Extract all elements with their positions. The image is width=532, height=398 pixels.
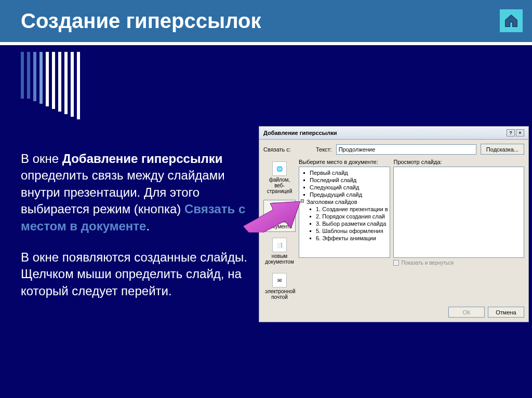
show-return-row: Показать и вернуться <box>393 260 524 266</box>
hint-button[interactable]: Подсказка... <box>481 144 524 155</box>
tree-item[interactable]: 2. Порядок создания слай <box>300 213 389 220</box>
house-icon <box>503 13 519 29</box>
tree-item[interactable]: Следующий слайд <box>300 184 389 191</box>
new-document-icon: 📑 <box>272 238 287 252</box>
tree-item[interactable]: 3. Выбор разметки слайда <box>300 220 389 227</box>
tree-item[interactable]: Первый слайд <box>300 169 389 176</box>
sidebar-item-new-doc[interactable]: 📑 новым документом <box>263 235 296 267</box>
dialog-titlebar: Добавление гиперссылки ? × <box>259 127 528 140</box>
document-place-icon: 📄 <box>272 202 287 217</box>
preview-label: Просмотр слайда: <box>393 159 524 165</box>
sidebar-item-file-web[interactable]: 🌐 файлом, веб-страницей <box>263 159 296 197</box>
sidebar-item-email[interactable]: ✉ электронной почтой <box>263 270 296 303</box>
dialog-title: Добавление гиперссылки <box>263 130 337 136</box>
link-to-sidebar: 🌐 файлом, веб-страницей 📄 местом в докум… <box>263 159 296 303</box>
body-text: В окне Добавление гиперссылки определить… <box>21 150 249 314</box>
divider <box>0 42 532 45</box>
email-icon: ✉ <box>272 273 287 287</box>
slide-title: Создание гиперссылок <box>0 0 532 42</box>
tree-item[interactable]: Предыдущий слайд <box>300 191 389 198</box>
tree-group[interactable]: Заголовки слайдов <box>300 198 389 205</box>
tree-item[interactable]: 6. Эффекты анимации <box>300 235 389 242</box>
hyperlink-dialog: Добавление гиперссылки ? × Связать с: Те… <box>259 126 529 322</box>
tree-item[interactable]: 5. Шаблоны оформления <box>300 227 389 235</box>
document-tree[interactable]: Первый слайд Последний слайд Следующий с… <box>299 167 390 258</box>
slide-preview <box>393 167 524 258</box>
link-to-label: Связать с: <box>263 146 291 153</box>
bold-text: Добавление гиперссылки <box>62 152 223 166</box>
help-icon[interactable]: ? <box>507 129 515 136</box>
show-return-checkbox[interactable] <box>393 260 399 266</box>
home-button[interactable] <box>500 9 523 32</box>
text-label: Текст: <box>316 146 332 153</box>
select-place-label: Выберите место в документе: <box>299 159 390 165</box>
close-icon[interactable]: × <box>516 129 524 136</box>
tree-item[interactable]: 1. Создание презентации в <box>300 205 389 213</box>
barcode-decoration <box>21 52 80 119</box>
tree-item[interactable]: Последний слайд <box>300 176 389 184</box>
ok-button[interactable]: ОК <box>448 307 485 318</box>
cancel-button[interactable]: Отмена <box>488 307 524 318</box>
sidebar-item-place-in-doc[interactable]: 📄 местом в документе <box>263 200 296 232</box>
text-input[interactable] <box>336 144 476 155</box>
web-page-icon: 🌐 <box>272 161 287 176</box>
